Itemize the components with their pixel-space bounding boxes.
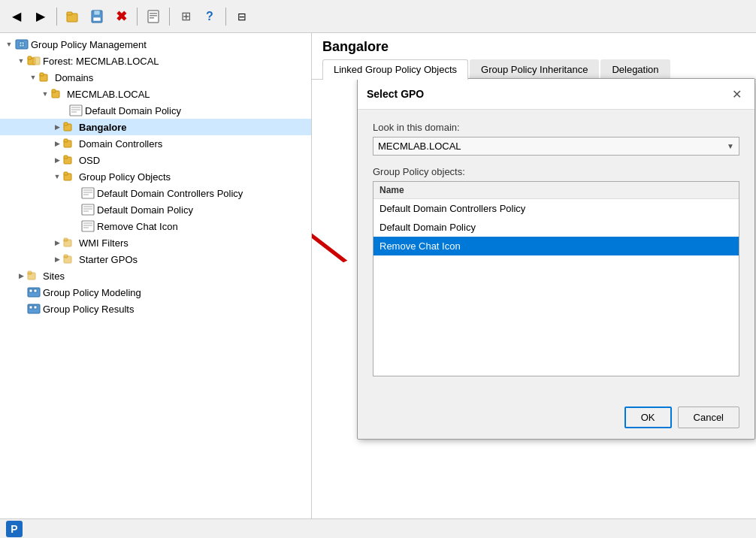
svg-rect-47	[64, 255, 68, 258]
tree-item-dc[interactable]: ▶ Domain Controllers	[0, 135, 311, 152]
tree-item-starter[interactable]: ▶ Starter GPOs	[0, 251, 311, 267]
modal-body: Look in this domain: MECMLAB.LOCAL ▼ Gro…	[358, 110, 754, 400]
delete-button[interactable]: ✖	[110, 6, 132, 27]
back-button[interactable]: ◀	[6, 6, 27, 27]
sites-label: Sites	[43, 271, 65, 282]
svg-rect-31	[64, 172, 68, 175]
tab-linked-gpo[interactable]: Linked Group Policy Objects	[322, 59, 468, 80]
dropdown-arrow-icon: ▼	[727, 142, 734, 150]
osd-icon	[63, 153, 77, 167]
svg-rect-17	[40, 73, 44, 76]
ddcp-label: Default Domain Controllers Policy	[97, 188, 243, 199]
domain-dropdown[interactable]: MECMLAB.LOCAL ▼	[373, 137, 739, 156]
save-button[interactable]	[86, 6, 107, 27]
toolbar: ◀ ▶ ✖ ⊞ ? ⊟	[0, 0, 756, 33]
content-header: Bangalore Linked Group Policy Objects Gr…	[312, 33, 756, 80]
domains-icon	[39, 71, 53, 84]
forest-icon	[27, 54, 41, 68]
tree-item-ddp[interactable]: Default Domain Policy	[0, 102, 311, 119]
ddcp-icon	[81, 186, 95, 200]
tree-item-ddcp[interactable]: Default Domain Controllers Policy	[0, 185, 311, 201]
svg-rect-52	[34, 289, 37, 292]
svg-rect-45	[64, 238, 68, 241]
help-button[interactable]: ?	[199, 6, 220, 27]
svg-rect-54	[29, 306, 32, 309]
starter-icon	[63, 252, 77, 266]
domain-label: Look in this domain:	[373, 122, 739, 133]
tree-toggle-root[interactable]: ▼	[3, 38, 15, 50]
svg-rect-36	[82, 204, 94, 215]
gpo-list-header: Name	[373, 182, 739, 199]
modal-footer: OK Cancel	[358, 400, 754, 439]
gpo-item-rci[interactable]: Remove Chat Icon	[373, 237, 739, 255]
tree-item-wmi[interactable]: ▶ WMI Filters	[0, 234, 311, 251]
tree-toggle-mecmlab[interactable]: ▼	[39, 88, 51, 100]
tree-panel: ▼ Group Policy Management ▼ Forest: MECM…	[0, 33, 312, 538]
domain-value: MECMLAB.LOCAL	[378, 141, 461, 152]
ddp2-icon	[81, 203, 95, 216]
svg-rect-51	[29, 289, 32, 292]
tree-toggle-domains[interactable]: ▼	[27, 71, 39, 83]
starter-label: Starter GPOs	[79, 254, 138, 265]
tree-toggle-forest[interactable]: ▼	[15, 55, 27, 67]
select-gpo-modal: Select GPO ✕ Look in this domain: MECMLA…	[357, 78, 755, 440]
open-button[interactable]	[62, 6, 83, 27]
cancel-button[interactable]: Cancel	[678, 407, 739, 428]
tree-toggle-bangalore[interactable]: ▶	[51, 121, 63, 133]
toolbar-separator-3	[169, 8, 170, 26]
forward-button[interactable]: ▶	[30, 6, 51, 27]
gpo-folder-icon	[63, 170, 77, 183]
svg-rect-7	[150, 15, 157, 17]
properties-button[interactable]	[143, 6, 164, 27]
tree-item-ddp2[interactable]: Default Domain Policy	[0, 201, 311, 218]
modal-titlebar: Select GPO ✕	[358, 79, 754, 110]
tree-toggle-osd[interactable]: ▶	[51, 154, 63, 166]
ddp-label: Default Domain Policy	[85, 105, 181, 116]
toolbar-separator-2	[137, 8, 138, 26]
tree-item-forest[interactable]: ▼ Forest: MECMLAB.LOCAL	[0, 53, 311, 69]
view-button[interactable]: ⊞	[175, 6, 196, 27]
tree-item-sites[interactable]: ▶ Sites	[0, 267, 311, 284]
modal-close-button[interactable]: ✕	[727, 85, 745, 103]
root-icon	[15, 38, 29, 51]
svg-rect-5	[148, 11, 159, 23]
toolbar-separator-1	[56, 8, 57, 26]
tab-inheritance[interactable]: Group Policy Inheritance	[470, 59, 599, 79]
tree-item-results[interactable]: Group Policy Results	[0, 301, 311, 317]
svg-rect-4	[93, 17, 101, 21]
dc-icon	[63, 137, 77, 150]
ok-button[interactable]: OK	[624, 407, 672, 428]
tree-toggle-starter[interactable]: ▶	[51, 253, 63, 265]
tree-toggle-wmi[interactable]: ▶	[51, 237, 63, 249]
remove-chat-label: Remove Chat Icon	[97, 221, 178, 232]
tree-item-osd[interactable]: ▶ OSD	[0, 152, 311, 168]
tree-item-remove-chat[interactable]: Remove Chat Icon	[0, 218, 311, 234]
modeling-icon	[27, 286, 41, 299]
gpo-item-ddcp[interactable]: Default Domain Controllers Policy	[373, 199, 739, 218]
modal-title: Select GPO	[367, 88, 424, 100]
root-label: Group Policy Management	[31, 39, 147, 50]
tree-toggle-sites[interactable]: ▶	[15, 270, 27, 282]
svg-rect-19	[52, 89, 56, 92]
mecmlab-icon	[51, 87, 65, 101]
toolbar-separator-4	[225, 8, 226, 26]
tree-toggle-gpo-folder[interactable]: ▼	[51, 171, 63, 183]
status-brand-icon: P	[6, 521, 23, 537]
tab-delegation[interactable]: Delegation	[600, 59, 670, 79]
svg-rect-29	[64, 156, 68, 159]
svg-rect-6	[150, 13, 157, 14]
osd-label: OSD	[79, 155, 100, 166]
tree-item-root[interactable]: ▼ Group Policy Management	[0, 36, 311, 53]
bangalore-label: Bangalore	[79, 122, 127, 133]
tree-item-gpo-folder[interactable]: ▼ Group Policy Objects	[0, 168, 311, 185]
tree-item-modeling[interactable]: Group Policy Modeling	[0, 284, 311, 301]
tree-item-domains[interactable]: ▼ Domains	[0, 69, 311, 86]
extra-button[interactable]: ⊟	[231, 6, 253, 27]
gpo-item-ddp[interactable]: Default Domain Policy	[373, 218, 739, 237]
ddp2-label: Default Domain Policy	[97, 204, 193, 216]
tree-toggle-dc[interactable]: ▶	[51, 138, 63, 150]
tree-item-bangalore[interactable]: ▶ Bangalore	[0, 119, 311, 135]
wmi-label: WMI Filters	[79, 237, 129, 249]
svg-rect-49	[28, 271, 32, 274]
tree-item-mecmlab[interactable]: ▼ MECMLAB.LOCAL	[0, 86, 311, 102]
